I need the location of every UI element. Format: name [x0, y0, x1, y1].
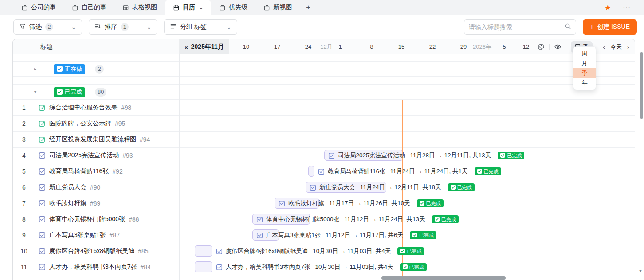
- task-id: #88: [129, 216, 139, 223]
- timeline-tick: 1: [338, 39, 342, 54]
- scale-option-季[interactable]: 季: [573, 68, 596, 78]
- task-id: #85: [138, 248, 148, 255]
- divider: [597, 44, 597, 50]
- filter-button[interactable]: 筛选 2 ⌄: [13, 19, 82, 35]
- table-row[interactable]: 11人才办，给吴科聘书3本内页7张#84人才办，给吴科聘书3本内页7张10月30…: [13, 259, 635, 275]
- collapse-arrow-icon[interactable]: ▸: [34, 66, 39, 71]
- status-label: 已完成: [507, 152, 522, 159]
- vertical-scrollbar[interactable]: [640, 52, 643, 119]
- table-row[interactable]: 9广本写真3张桌贴1张#87广本写真3张桌贴1张11月12日 → 11月17日,…: [13, 227, 635, 243]
- task-id: #90: [90, 184, 100, 191]
- table-row[interactable]: 1综合治理中心服务台效果#98: [13, 100, 635, 116]
- eye-icon[interactable]: [554, 43, 562, 51]
- table-row[interactable]: 3经开区投资发展集团吴雅流程图#94: [13, 132, 635, 148]
- check-square-icon: [39, 232, 46, 239]
- task-title[interactable]: 新庄党员大会: [49, 183, 86, 191]
- status-label: 已完成: [484, 168, 499, 175]
- toolbar: 筛选 2 ⌄ 排序 1 ⌄ 分组 标签 ⌄ + 创建 ISSUE: [0, 15, 644, 39]
- timeline-tick: 17: [274, 39, 280, 54]
- create-issue-button[interactable]: + 创建 ISSUE: [583, 19, 637, 35]
- collapse-arrow-icon[interactable]: ▾: [34, 89, 39, 94]
- task-title[interactable]: 欧毛渎灯杆旗: [49, 199, 86, 207]
- table-row[interactable]: 7欧毛渎灯杆旗#89欧毛渎灯杆旗11月17日 → 11月26日, 共10天已完成: [13, 195, 635, 211]
- scale-option-周[interactable]: 周: [573, 49, 596, 58]
- task-title[interactable]: 综合治理中心服务台效果: [49, 104, 118, 112]
- add-view-button[interactable]: +: [300, 3, 317, 12]
- check-square-icon: [39, 248, 46, 255]
- palette-icon[interactable]: [538, 43, 545, 51]
- bar-date-range: 10月30日 → 11月03日, 共4天: [313, 247, 391, 255]
- table-row[interactable]: 5教育局马椅背贴116张#92教育局马椅背贴116张11月24日 → 11月24…: [13, 163, 635, 179]
- table-row[interactable]: 4司法局2025宪法宣传活动#93司法局2025宪法宣传活动11月28日 → 1…: [13, 148, 635, 163]
- chevron-down-icon: ⌄: [146, 23, 152, 31]
- group-row-in-progress[interactable]: ▸ 正在做 2: [13, 62, 635, 77]
- scale-option-月[interactable]: 月: [573, 58, 596, 68]
- task-title[interactable]: 医院牌牌，公安公示牌: [49, 120, 111, 128]
- chevron-down-icon: ⌄: [71, 23, 76, 31]
- tab-table-view[interactable]: 表格视图: [114, 0, 165, 15]
- tab-my-matters[interactable]: 自己的事: [64, 0, 114, 15]
- group-button[interactable]: 分组 标签 ⌄: [164, 19, 237, 35]
- check-square-icon: [279, 200, 285, 207]
- table-row[interactable]: 10度假区台牌4张16x8铜版纸吴迪#85度假区台牌4张16x8铜版纸吴迪10月…: [13, 243, 635, 259]
- scroll-down-arrow-icon[interactable]: ▼: [638, 268, 643, 273]
- task-title[interactable]: 经开区投资发展集团吴雅流程图: [49, 136, 136, 144]
- more-options-icon[interactable]: ⋯: [623, 3, 631, 12]
- back-icon[interactable]: «: [185, 43, 188, 51]
- favorite-star-icon[interactable]: ★: [605, 3, 611, 12]
- today-button[interactable]: 今天: [610, 43, 622, 51]
- bar-task-title: 司法局2025宪法宣传活动: [338, 152, 405, 159]
- task-id: #98: [121, 104, 131, 111]
- status-badge[interactable]: 已完成: [54, 87, 85, 97]
- month-label-chip[interactable]: « 2025年11月: [179, 39, 229, 54]
- next-period-button[interactable]: ›: [626, 43, 630, 51]
- search-input[interactable]: [469, 23, 565, 31]
- gantt-bar-label: 人才办，给吴科聘书3本内页7张10月30日 → 11月03日, 共4天已完成: [216, 259, 427, 275]
- status-badge: 已完成: [475, 167, 501, 175]
- filter-count-badge: 2: [45, 23, 53, 31]
- task-title[interactable]: 体育中心无锡杯门牌5000张: [49, 215, 125, 223]
- task-id: #84: [141, 264, 151, 271]
- tab-calendar-view[interactable]: 日历 ⌄: [165, 0, 211, 15]
- gantt-bar[interactable]: [308, 166, 314, 177]
- timeline-tick: 15: [398, 39, 404, 54]
- edit-square-icon: [39, 120, 46, 127]
- task-id: #87: [110, 232, 120, 239]
- task-title[interactable]: 度假区台牌4张16x8铜版纸吴迪: [49, 247, 134, 255]
- status-badge[interactable]: 正在做: [54, 64, 85, 74]
- task-title[interactable]: 人才办，给吴科聘书3本内页7张: [49, 263, 137, 271]
- row-number: 9: [13, 232, 35, 239]
- timeline-tick: 8: [370, 39, 373, 54]
- gantt-cell: 度假区台牌4张16x8铜版纸吴迪10月30日 → 11月03日, 共4天已完成: [179, 243, 635, 259]
- gantt-bar[interactable]: [195, 245, 212, 257]
- gantt-cell: 新庄党员大会11月24日 → 12月11日, 共18天已完成: [179, 179, 635, 195]
- row-number: 5: [13, 168, 35, 175]
- timeline-header: « 2025年11月 10172412月181522292026年512 季 ‹…: [179, 39, 635, 54]
- search-icon[interactable]: [565, 23, 571, 31]
- scale-option-年[interactable]: 年: [573, 78, 596, 88]
- table-row[interactable]: 8体育中心无锡杯门牌5000张#88体育中心无锡杯门牌5000张11月12日 →…: [13, 211, 635, 227]
- sort-button[interactable]: 排序 1 ⌄: [89, 19, 157, 35]
- prev-period-button[interactable]: ‹: [602, 43, 606, 51]
- chevron-down-icon: ⌄: [199, 5, 203, 11]
- table-row[interactable]: 6新庄党员大会#90新庄党员大会11月24日 → 12月11日, 共18天已完成: [13, 179, 635, 195]
- tab-company-matters[interactable]: 公司的事: [13, 0, 64, 15]
- task-title[interactable]: 广本写真3张桌贴1张: [49, 231, 106, 239]
- timeline-tick: 29: [460, 39, 467, 54]
- horizontal-scrollbar[interactable]: [381, 276, 506, 280]
- view-icon: [21, 4, 28, 11]
- tab-new-view[interactable]: 新视图: [255, 0, 300, 15]
- gantt-cell: 体育中心无锡杯门牌5000张11月12日 → 11月24日, 共13天已完成: [179, 211, 635, 227]
- status-label: 已完成: [426, 200, 441, 207]
- task-title[interactable]: 司法局2025宪法宣传活动: [49, 152, 119, 159]
- calendar-icon: [173, 4, 180, 11]
- gantt-bar[interactable]: [195, 261, 212, 272]
- bar-task-title: 欧毛渎灯杆旗: [288, 199, 324, 207]
- table-row[interactable]: 2医院牌牌，公安公示牌#95: [13, 116, 635, 132]
- group-row-done[interactable]: ▾ 已完成 80: [13, 85, 635, 100]
- tab-label: 新视图: [273, 4, 292, 12]
- task-id: #93: [122, 152, 133, 159]
- task-title[interactable]: 教育局马椅背贴116张: [49, 167, 109, 175]
- group-count: 80: [95, 88, 106, 97]
- tab-priority[interactable]: 优先级: [211, 0, 255, 15]
